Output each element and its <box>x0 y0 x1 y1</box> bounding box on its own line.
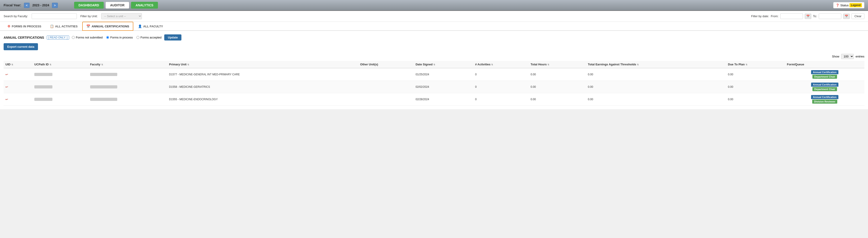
status-button[interactable]: ❓ Status Legend <box>833 2 864 8</box>
radio-in-process-label: Forms in process <box>110 36 133 39</box>
table-row: ↩ D1555 - MEDICINE-ENDOCRINOLOGY 02/28/2… <box>4 93 864 106</box>
tab-bar: ⚙ FORMS IN PROCESS 📋 ALL ACTIVITIES 📅 AN… <box>0 22 868 31</box>
cell-uid-icon[interactable]: ↩ <box>4 81 33 93</box>
from-calendar-button[interactable]: 📅 <box>805 14 811 19</box>
search-label: Search by Faculty: <box>4 15 28 18</box>
ucpath-sort-icon[interactable]: ⇅ <box>50 63 51 66</box>
radio-accepted-label: Forms accepted <box>141 36 161 39</box>
tab-forms-in-process[interactable]: ⚙ FORMS IN PROCESS <box>4 22 45 30</box>
dashboard-tab[interactable]: DASHBOARD <box>74 2 104 8</box>
update-button[interactable]: Update <box>164 34 181 41</box>
cell-total-earnings: 0.00 <box>586 68 726 81</box>
from-date-input[interactable] <box>780 14 803 19</box>
ucpath-value <box>34 98 53 101</box>
col-other-units: Other Unit(s) <box>358 61 414 68</box>
radio-not-submitted-input[interactable] <box>72 36 75 39</box>
radio-not-submitted[interactable]: Forms not submitted <box>72 36 103 39</box>
radio-accepted-input[interactable] <box>136 36 140 39</box>
edit-icon[interactable]: ↩ <box>5 98 8 101</box>
header-nav: DASHBOARD AUDITOR ANALYTICS <box>74 2 158 8</box>
due-sort-icon[interactable]: ⇅ <box>746 63 747 66</box>
radio-in-process[interactable]: Forms in process <box>106 36 133 39</box>
analytics-tab[interactable]: ANALYTICS <box>131 2 158 8</box>
tab-all-faculty-label: ALL FACULTY <box>143 25 163 28</box>
earnings-sort-icon[interactable]: ⇅ <box>637 63 639 66</box>
to-calendar-button[interactable]: 📅 <box>843 14 850 19</box>
clear-button[interactable]: Clear <box>851 14 864 19</box>
entries-select[interactable]: 100 <box>841 54 854 59</box>
question-icon: ❓ <box>836 4 839 7</box>
search-input[interactable] <box>32 14 77 19</box>
tab-annual-certifications-label: ANNUAL CERTIFICATIONS <box>92 25 129 28</box>
cell-total-earnings: 0.00 <box>586 93 726 106</box>
cell-primary-unit: D1577 - MEDICINE-GENERAL INT MED-PRIMARY… <box>167 68 358 81</box>
next-year-button[interactable]: > <box>52 3 58 8</box>
col-due-to-plan: Due To Plan ⇅ <box>726 61 785 68</box>
primary-unit-sort-icon[interactable]: ⇅ <box>187 63 189 66</box>
cell-other-units <box>358 68 414 81</box>
edit-icon[interactable]: ↩ <box>5 85 8 89</box>
faculty-value <box>90 73 117 76</box>
date-sort-icon[interactable]: ⇅ <box>433 63 435 66</box>
unit-select[interactable]: -- Select a unit -- <box>101 13 142 19</box>
cell-total-earnings: 0.00 <box>586 81 726 93</box>
export-button[interactable]: Export current data <box>4 43 38 50</box>
read-only-badge: [ READ ONLY: ] <box>47 35 69 39</box>
table-row: ↩ D1577 - MEDICINE-GENERAL INT MED-PRIMA… <box>4 68 864 81</box>
form-queue-badge[interactable]: Annual Certification Division Reviewer <box>787 95 863 104</box>
doc-icon: 📋 <box>50 24 54 28</box>
col-faculty: Faculty ⇅ <box>88 61 167 68</box>
badge-top: Annual Certification <box>811 95 838 99</box>
faculty-sort-icon[interactable]: ⇅ <box>101 63 103 66</box>
ucpath-value <box>34 73 53 76</box>
cell-other-units <box>358 81 414 93</box>
table-controls: Show 100 entries <box>4 54 864 59</box>
cell-activities: 0 <box>473 93 529 106</box>
edit-icon[interactable]: ↩ <box>5 73 8 76</box>
cell-uid-icon[interactable]: ↩ <box>4 68 33 81</box>
entries-label: entries <box>856 55 864 58</box>
header-right: ❓ Status Legend <box>833 2 864 8</box>
show-label: Show <box>832 55 839 58</box>
col-uid: UID ⇅ <box>4 61 33 68</box>
col-date-signed: Date Signed ⇅ <box>414 61 473 68</box>
faculty-value <box>90 98 117 101</box>
header-bar: Fiscal Year: < 2023 - 2024 > DASHBOARD A… <box>0 0 868 11</box>
date-filter-section: Filter by date: From: 📅 To: 📅 Clear <box>751 14 864 19</box>
radio-in-process-input[interactable] <box>106 36 109 39</box>
to-date-input[interactable] <box>819 14 841 19</box>
data-table: UID ⇅ UCPath ID ⇅ Faculty ⇅ Primary Unit… <box>4 61 864 106</box>
prev-year-button[interactable]: < <box>24 3 30 8</box>
tab-forms-in-process-label: FORMS IN PROCESS <box>12 25 41 28</box>
uid-sort-icon[interactable]: ⇅ <box>11 63 13 66</box>
cell-faculty <box>88 81 167 93</box>
auditor-tab[interactable]: AUDITOR <box>105 2 129 8</box>
cell-activities: 0 <box>473 81 529 93</box>
cell-other-units <box>358 93 414 106</box>
fiscal-year-value: 2023 - 2024 <box>32 3 49 7</box>
ucpath-value <box>34 85 53 88</box>
tab-all-activities[interactable]: 📋 ALL ACTIVITIES <box>46 22 82 30</box>
activities-sort-icon[interactable]: ⇅ <box>491 63 493 66</box>
status-label: Status <box>840 4 848 7</box>
form-queue-badge[interactable]: Annual Certification Department Chair <box>787 83 863 91</box>
badge-bottom: Department Chair <box>812 75 837 79</box>
cell-date-signed: 02/02/2024 <box>414 81 473 93</box>
cell-due-to-plan: 0.00 <box>726 81 785 93</box>
to-label: To: <box>813 15 817 18</box>
cell-faculty <box>88 93 167 106</box>
fiscal-year-label: Fiscal Year: <box>4 3 21 7</box>
tab-all-faculty[interactable]: 👤 ALL FACULTY <box>134 22 167 30</box>
radio-accepted[interactable]: Forms accepted <box>136 36 161 39</box>
cell-total-hours: 0.00 <box>529 68 586 81</box>
cell-faculty <box>88 68 167 81</box>
form-queue-badge[interactable]: Annual Certification Department Chair <box>787 70 863 79</box>
hours-sort-icon[interactable]: ⇅ <box>548 63 549 66</box>
tab-annual-certifications[interactable]: 📅 ANNUAL CERTIFICATIONS <box>82 22 133 31</box>
cell-uid-icon[interactable]: ↩ <box>4 93 33 106</box>
page-title: ANNUAL CERTIFICATIONS <box>4 36 44 39</box>
cell-due-to-plan: 0.00 <box>726 93 785 106</box>
cell-total-hours: 0.00 <box>529 93 586 106</box>
cell-form-queue: Annual Certification Department Chair <box>785 81 864 93</box>
gear-icon: ⚙ <box>7 24 10 28</box>
